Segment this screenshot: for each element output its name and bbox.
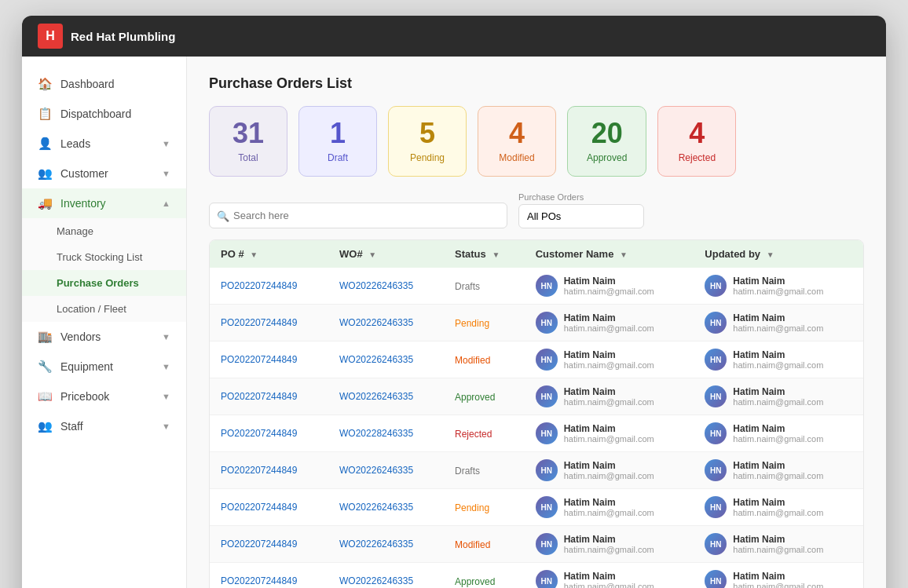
updated-cell: HN Hatim Naim hatim.naim@gmail.com <box>694 305 863 341</box>
user-name: Hatim Naim <box>564 312 654 323</box>
page-title: Purchase Orders List <box>209 75 864 92</box>
sidebar-item-location-fleet[interactable]: Location / Fleet <box>22 296 186 322</box>
filter-group: Purchase Orders All POs Drafts Pending M… <box>518 192 644 228</box>
wo-cell[interactable]: WO20226246335 <box>328 526 444 563</box>
user-email: hatim.naim@gmail.com <box>733 545 823 554</box>
filter-icon: ▼ <box>368 250 376 259</box>
customer-cell: HN Hatim Naim hatim.naim@gmail.com <box>525 378 694 415</box>
wo-cell[interactable]: WO20226246335 <box>328 268 444 305</box>
status-badge: Rejected <box>455 429 492 440</box>
sidebar-item-equipment[interactable]: 🔧 Equipment ▼ <box>22 352 186 382</box>
status-badge: Pending <box>455 318 489 329</box>
user-email: hatim.naim@gmail.com <box>733 582 823 588</box>
table-header-row: PO # ▼ WO# ▼ Status ▼ <box>210 240 863 268</box>
po-cell[interactable]: PO202207244849 <box>210 268 328 305</box>
user-name: Hatim Naim <box>564 534 654 545</box>
store-icon: 🏬 <box>38 330 53 344</box>
table-row[interactable]: PO202207244849 WO20226246335 Pending HN … <box>210 489 863 526</box>
sidebar-item-purchase-orders[interactable]: Purchase Orders <box>22 270 186 296</box>
user-email: hatim.naim@gmail.com <box>564 287 654 296</box>
sidebar-item-pricebook[interactable]: 📖 Pricebook ▼ <box>22 382 186 411</box>
user-name: Hatim Naim <box>564 497 654 508</box>
po-cell[interactable]: PO202207244849 <box>210 563 328 589</box>
stat-label-draft: Draft <box>318 152 357 163</box>
stat-card-approved[interactable]: 20 Approved <box>567 106 646 177</box>
main-layout: 🏠 Dashboard 📋 Dispatchboard 👤 Leads ▼ 👥 … <box>22 57 886 588</box>
user-name: Hatim Naim <box>564 571 654 582</box>
stat-card-modified[interactable]: 4 Modified <box>478 106 556 177</box>
stat-card-draft[interactable]: 1 Draft <box>298 106 377 177</box>
status-badge: Approved <box>455 576 495 587</box>
table-row[interactable]: PO202207244849 WO20226246335 Approved HN… <box>210 378 863 415</box>
po-cell[interactable]: PO202207244849 <box>210 452 328 489</box>
user-name: Hatim Naim <box>733 276 823 287</box>
app-logo: H <box>38 24 63 49</box>
user-info: Hatim Naim hatim.naim@gmail.com <box>733 349 823 370</box>
stat-card-pending[interactable]: 5 Pending <box>388 106 467 177</box>
sidebar-item-customer[interactable]: 👥 Customer ▼ <box>22 159 186 188</box>
table-row[interactable]: PO202207244849 WO20226246335 Modified HN… <box>210 341 863 378</box>
user-name: Hatim Naim <box>564 423 654 434</box>
wo-cell[interactable]: WO20226246335 <box>328 305 444 341</box>
updated-cell: HN Hatim Naim hatim.naim@gmail.com <box>694 452 863 489</box>
wo-cell[interactable]: WO20228246335 <box>328 415 444 452</box>
po-filter-select[interactable]: All POs Drafts Pending Modified Approved… <box>518 204 644 228</box>
user-info: Hatim Naim hatim.naim@gmail.com <box>733 571 823 588</box>
sidebar-item-dashboard[interactable]: 🏠 Dashboard <box>22 69 186 99</box>
user-info: Hatim Naim hatim.naim@gmail.com <box>733 497 823 517</box>
user-name: Hatim Naim <box>564 276 654 287</box>
wo-cell[interactable]: WO20226246335 <box>328 341 444 378</box>
wo-cell[interactable]: WO20226246335 <box>328 452 444 489</box>
user-name: Hatim Naim <box>733 312 823 323</box>
user-info: Hatim Naim hatim.naim@gmail.com <box>564 460 654 480</box>
status-badge: Drafts <box>455 281 480 292</box>
table-row[interactable]: PO202207244849 WO20226246335 Modified HN… <box>210 526 863 563</box>
sidebar-item-label: Dashboard <box>60 78 115 90</box>
status-badge: Modified <box>455 355 490 366</box>
avatar: HN <box>536 496 558 518</box>
sidebar-item-truck-stocking[interactable]: Truck Stocking List <box>22 244 186 270</box>
staff-icon: 👥 <box>38 419 53 433</box>
user-info: Hatim Naim hatim.naim@gmail.com <box>733 312 823 333</box>
sidebar-item-staff[interactable]: 👥 Staff ▼ <box>22 411 186 441</box>
status-cell: Rejected <box>444 415 525 452</box>
table-wrapper: PO # ▼ WO# ▼ Status ▼ <box>209 239 864 588</box>
sidebar-item-inventory[interactable]: 🚚 Inventory ▲ <box>22 188 186 218</box>
stat-card-total[interactable]: 31 Total <box>209 106 287 177</box>
sidebar-item-dispatchboard[interactable]: 📋 Dispatchboard <box>22 99 186 129</box>
po-cell[interactable]: PO202207244849 <box>210 378 328 415</box>
home-icon: 🏠 <box>38 77 53 91</box>
wo-cell[interactable]: WO20226246335 <box>328 563 444 589</box>
table-row[interactable]: PO202207244849 WO20226246335 Drafts HN H… <box>210 268 863 305</box>
po-cell[interactable]: PO202207244849 <box>210 341 328 378</box>
sidebar-item-manage[interactable]: Manage <box>22 218 186 244</box>
wo-cell[interactable]: WO20226246335 <box>328 378 444 415</box>
table-row[interactable]: PO202207244849 WO20228246335 Rejected HN… <box>210 415 863 452</box>
user-email: hatim.naim@gmail.com <box>564 360 654 370</box>
table-row[interactable]: PO202207244849 WO20226246335 Approved HN… <box>210 563 863 589</box>
stat-card-rejected[interactable]: 4 Rejected <box>657 106 736 177</box>
table-row[interactable]: PO202207244849 WO20226246335 Pending HN … <box>210 305 863 341</box>
po-cell[interactable]: PO202207244849 <box>210 489 328 526</box>
users-icon: 👥 <box>38 166 53 181</box>
sidebar-item-vendors[interactable]: 🏬 Vendors ▼ <box>22 322 186 352</box>
status-badge: Drafts <box>455 466 480 477</box>
customer-cell: HN Hatim Naim hatim.naim@gmail.com <box>525 415 694 452</box>
status-badge: Pending <box>455 502 489 513</box>
user-email: hatim.naim@gmail.com <box>564 582 654 588</box>
search-input[interactable] <box>209 203 507 228</box>
table-row[interactable]: PO202207244849 WO20226246335 Drafts HN H… <box>210 452 863 489</box>
po-cell[interactable]: PO202207244849 <box>210 305 328 341</box>
po-cell[interactable]: PO202207244849 <box>210 526 328 563</box>
status-cell: Approved <box>444 563 525 589</box>
po-cell[interactable]: PO202207244849 <box>210 415 328 452</box>
user-info: Hatim Naim hatim.naim@gmail.com <box>564 276 654 296</box>
filter-icon: ▼ <box>492 250 500 259</box>
stat-label-total: Total <box>229 152 268 163</box>
sidebar-item-leads[interactable]: 👤 Leads ▼ <box>22 129 186 159</box>
user-email: hatim.naim@gmail.com <box>733 360 823 370</box>
wo-cell[interactable]: WO20226246335 <box>328 489 444 526</box>
updated-cell: HN Hatim Naim hatim.naim@gmail.com <box>694 563 863 589</box>
user-name: Hatim Naim <box>564 460 654 471</box>
stat-label-modified: Modified <box>497 152 536 163</box>
